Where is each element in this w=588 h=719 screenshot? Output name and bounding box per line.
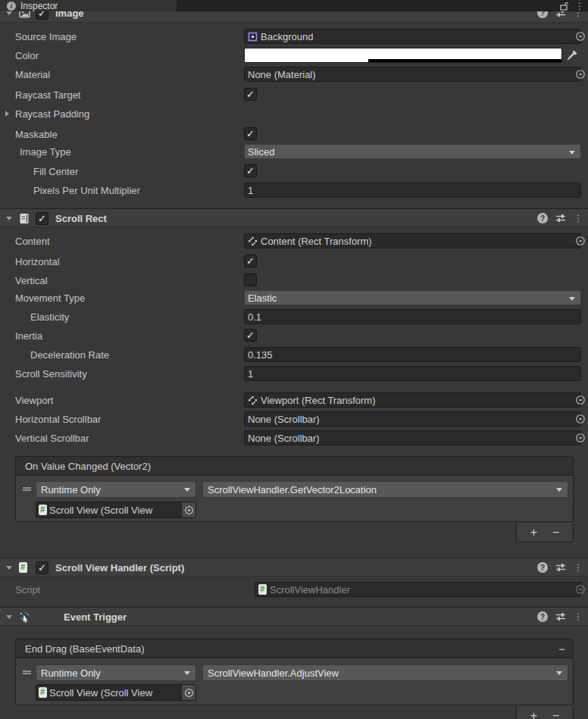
color-value	[245, 48, 561, 59]
inertia-checkbox[interactable]	[244, 329, 257, 342]
object-picker-icon[interactable]	[575, 414, 586, 427]
chevron-down-icon	[556, 671, 562, 675]
object-picker-icon[interactable]	[575, 395, 586, 408]
inspector-panel: i Inspector ⋮ Image ?	[0, 0, 588, 719]
scroll-sensitivity-input[interactable]: 1	[244, 366, 581, 381]
vertical-scrollbar-value: None (Scrollbar)	[248, 433, 320, 444]
event-function-dropdown[interactable]: ScrollViewHandler.AdjustView	[202, 664, 568, 681]
chevron-down-icon	[569, 151, 575, 155]
script-value: ScrollViewHandler	[270, 584, 350, 596]
remove-event-button[interactable]: −	[552, 526, 559, 539]
script-icon	[39, 505, 47, 515]
event-target-field[interactable]: Scroll View (Scroll View	[36, 502, 196, 518]
kebab-menu-icon[interactable]: ⋮	[575, 2, 584, 11]
raycast-padding-row: Raycast Padding	[0, 106, 588, 121]
object-picker-icon[interactable]	[181, 685, 195, 700]
event-mode-dropdown[interactable]: Runtime Only	[36, 481, 196, 498]
drag-handle[interactable]	[23, 671, 31, 674]
help-icon[interactable]: ?	[537, 611, 548, 622]
color-row: Color	[0, 48, 588, 63]
maskable-label: Maskable	[15, 129, 58, 140]
elasticity-input[interactable]: 0.1	[244, 309, 581, 324]
viewport-field[interactable]: Viewport (Rect Transform)	[244, 392, 581, 408]
event-target-field[interactable]: Scroll View (Scroll View	[36, 684, 196, 701]
foldout-open-icon[interactable]	[6, 11, 12, 15]
scroll-sensitivity-label: Scroll Sensitivity	[15, 368, 87, 380]
vertical-checkbox[interactable]	[244, 274, 257, 286]
alpha-strip	[245, 59, 561, 62]
color-label: Color	[15, 50, 39, 61]
eyedropper-icon[interactable]	[566, 49, 578, 64]
image-header-clip: Image ? ⋮	[0, 11, 588, 23]
presets-icon[interactable]	[555, 213, 566, 224]
scroll-rect-component-header[interactable]: Scroll Rect ? ⋮	[0, 208, 588, 227]
event-mode-dropdown[interactable]: Runtime Only	[36, 664, 196, 681]
add-event-button[interactable]: +	[530, 709, 537, 719]
deceleration-rate-row: Deceleration Rate 0.135	[0, 347, 588, 362]
presets-icon[interactable]	[555, 11, 566, 18]
image-type-dropdown[interactable]: Sliced	[244, 144, 581, 159]
fill-center-checkbox[interactable]	[244, 164, 257, 177]
object-picker-icon[interactable]	[181, 502, 195, 517]
source-image-field[interactable]: Background	[244, 29, 581, 44]
event-function-dropdown[interactable]: ScrollViewHandler.GetVector2Location	[202, 481, 568, 498]
lock-icon[interactable]	[560, 2, 568, 11]
kebab-menu-icon[interactable]: ⋮	[574, 563, 583, 572]
raycast-target-checkbox[interactable]	[244, 88, 257, 101]
event-trigger-component-header[interactable]: Event Trigger ? ⋮	[0, 607, 588, 626]
help-icon[interactable]: ?	[537, 11, 548, 18]
rect-transform-icon	[248, 236, 258, 246]
content-field[interactable]: Content (Rect Transform)	[244, 233, 581, 249]
event-target-value: Scroll View (Scroll View	[49, 687, 179, 699]
remove-event-button[interactable]: −	[552, 709, 559, 719]
object-picker-icon[interactable]	[575, 236, 586, 249]
vertical-row: Vertical	[0, 273, 588, 288]
object-picker-icon[interactable]	[575, 31, 586, 44]
drag-handle[interactable]	[23, 487, 31, 491]
kebab-menu-icon[interactable]: ⋮	[574, 612, 583, 621]
vertical-scrollbar-field[interactable]: None (Scrollbar)	[244, 430, 581, 445]
script-component-title: Scroll View Handler (Script)	[55, 562, 184, 574]
pixels-per-unit-input[interactable]: 1	[244, 183, 581, 198]
add-event-button[interactable]: +	[530, 526, 537, 539]
movement-type-dropdown[interactable]: Elastic	[244, 290, 581, 305]
presets-icon[interactable]	[555, 562, 566, 573]
maskable-checkbox[interactable]	[244, 127, 257, 140]
foldout-closed-icon[interactable]	[5, 111, 9, 117]
object-picker-icon[interactable]	[575, 69, 586, 82]
pixels-per-unit-value: 1	[248, 185, 253, 196]
remove-event-type-button[interactable]: −	[558, 639, 565, 658]
help-icon[interactable]: ?	[537, 562, 548, 573]
source-image-value: Background	[261, 31, 313, 42]
material-field[interactable]: None (Material)	[244, 67, 581, 82]
scroll-rect-enabled-checkbox[interactable]	[36, 212, 48, 225]
foldout-open-icon[interactable]	[6, 615, 12, 619]
raycast-padding-label: Raycast Padding	[15, 108, 89, 120]
horizontal-checkbox[interactable]	[244, 255, 257, 267]
tab-inspector[interactable]: i Inspector	[0, 0, 177, 11]
deceleration-rate-input[interactable]: 0.135	[244, 347, 581, 362]
script-component-header[interactable]: Scroll View Handler (Script) ? ⋮	[0, 558, 588, 577]
foldout-open-icon[interactable]	[6, 566, 12, 570]
color-swatch[interactable]	[244, 48, 562, 63]
event-function-value: ScrollViewHandler.AdjustView	[208, 667, 339, 679]
deceleration-rate-value: 0.135	[248, 349, 273, 361]
presets-icon[interactable]	[555, 611, 566, 622]
help-icon[interactable]: ?	[537, 213, 548, 224]
object-picker-icon[interactable]	[575, 433, 586, 445]
script-enabled-checkbox[interactable]	[36, 561, 48, 574]
horizontal-scrollbar-field[interactable]: None (Scrollbar)	[244, 411, 581, 427]
event-trigger-component-icon	[19, 611, 30, 625]
kebab-menu-icon[interactable]: ⋮	[574, 11, 583, 17]
foldout-open-icon[interactable]	[6, 217, 12, 220]
script-component-icon	[19, 562, 27, 575]
content-label: Content	[15, 236, 50, 247]
image-component-header[interactable]: Image ? ⋮	[0, 11, 588, 23]
image-enabled-checkbox[interactable]	[36, 11, 48, 20]
raycast-target-row: Raycast Target	[0, 87, 588, 102]
fill-center-label: Fill Center	[33, 166, 78, 177]
vertical-scrollbar-row: Vertical Scrollbar None (Scrollbar)	[0, 430, 588, 445]
kebab-menu-icon[interactable]: ⋮	[574, 214, 583, 223]
content-row: Content Content (Rect Transform)	[0, 233, 588, 249]
material-label: Material	[15, 69, 50, 80]
